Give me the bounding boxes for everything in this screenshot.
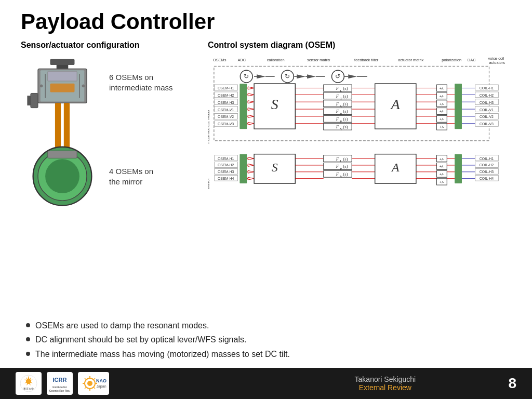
svg-marker-165	[248, 157, 254, 160]
svg-text:L: L	[340, 89, 342, 92]
svg-marker-70	[248, 122, 254, 125]
tokyo-university-logo: 東京大学	[16, 372, 42, 395]
svg-text:COIL-H1: COIL-H1	[480, 86, 494, 90]
svg-rect-6	[48, 71, 77, 81]
bullet-text-1: OSEMs are used to damp the resonant mode…	[35, 320, 209, 331]
svg-rect-9	[64, 103, 70, 152]
svg-line-241	[94, 378, 95, 380]
svg-marker-167	[248, 164, 254, 166]
svg-text:F: F	[336, 116, 339, 122]
svg-text:actuators: actuators	[489, 60, 505, 65]
control-diagram-svg: OSEMs ADC calibration sensor matrix feed…	[208, 54, 511, 220]
svg-text:COIL-V3: COIL-V3	[480, 122, 494, 126]
svg-marker-39	[307, 74, 316, 78]
svg-text:voice-coil: voice-coil	[488, 56, 504, 61]
left-section-label: Sensor/actuator configuration	[21, 41, 197, 50]
svg-text:calibration: calibration	[267, 58, 285, 62]
svg-text:+/-: +/-	[440, 157, 445, 162]
slide-title: Payload Controller	[21, 9, 511, 34]
annotation-top: 6 OSEMs onintermediate mass	[109, 72, 173, 92]
svg-text:A: A	[391, 161, 400, 174]
naoj-logo-svg: NAO Japan	[79, 373, 108, 394]
svg-text:(s): (s)	[343, 124, 348, 129]
svg-rect-164	[240, 154, 247, 183]
svg-marker-60	[248, 87, 254, 89]
svg-text:(s): (s)	[343, 156, 348, 162]
svg-text:OSEM-V3: OSEM-V3	[218, 122, 234, 126]
footer-logos: 東京大学 ICRR Institute for Cosmic Ray Res.	[16, 372, 262, 395]
naoj-logo: NAO Japan	[78, 372, 109, 395]
svg-text:COIL-V1: COIL-V1	[480, 108, 494, 112]
svg-text:COIL-H3: COIL-H3	[480, 170, 494, 174]
svg-marker-169	[248, 170, 254, 173]
sensor-diagram: 6 OSEMs onintermediate mass 4 OSEMs onth…	[21, 57, 197, 218]
tokyo-logo-svg: 東京大学	[19, 374, 38, 393]
svg-text:F: F	[336, 86, 339, 91]
svg-text:OSEM-H1: OSEM-H1	[218, 157, 234, 161]
svg-text:+/-: +/-	[440, 102, 445, 107]
svg-text:feedback filter: feedback filter	[354, 58, 379, 62]
svg-rect-1	[57, 65, 69, 69]
svg-text:OSEM-H2: OSEM-H2	[218, 163, 234, 167]
svg-text:OSEM-V2: OSEM-V2	[218, 115, 234, 118]
svg-text:COIL-H1: COIL-H1	[480, 157, 494, 161]
svg-text:ICRR: ICRR	[53, 377, 67, 383]
svg-rect-8	[55, 103, 61, 152]
svg-text:R: R	[340, 112, 342, 115]
bullet-text-2: DC alignment should be set by optical le…	[35, 334, 246, 345]
annotation-bottom: 4 OSEMs onthe mirror	[109, 166, 173, 187]
svg-rect-136	[455, 84, 462, 129]
svg-text:Cosmic Ray Res.: Cosmic Ray Res.	[49, 389, 71, 392]
svg-text:COIL-H4: COIL-H4	[480, 177, 494, 180]
bullet-dot-2	[26, 337, 30, 341]
svg-text:polarization: polarization	[442, 58, 461, 62]
svg-text:P: P	[340, 167, 342, 170]
svg-text:OSEM-V1: OSEM-V1	[218, 108, 234, 112]
svg-text:(s): (s)	[343, 109, 348, 114]
svg-text:F: F	[336, 109, 339, 114]
left-column: Sensor/actuator configuration	[21, 41, 197, 316]
svg-text:(s): (s)	[343, 94, 348, 99]
svg-text:東京大学: 東京大学	[23, 387, 34, 390]
right-column: Control system diagram (OSEM) OSEMs ADC …	[208, 41, 511, 316]
svg-text:Intermediate Mass: Intermediate Mass	[208, 110, 210, 144]
svg-text:OSEM-H3: OSEM-H3	[218, 170, 234, 174]
svg-text:V: V	[340, 104, 342, 108]
svg-point-17	[82, 85, 85, 88]
svg-text:↺: ↺	[335, 73, 340, 80]
svg-text:COIL-H2: COIL-H2	[480, 163, 494, 167]
svg-text:+/-: +/-	[440, 172, 445, 177]
svg-point-12	[45, 159, 79, 193]
svg-rect-59	[240, 84, 247, 129]
bullet-item-2: DC alignment should be set by optical le…	[26, 334, 511, 345]
svg-text:F: F	[336, 124, 339, 129]
svg-text:+/-: +/-	[440, 86, 445, 91]
bullet-text-3: The intermediate mass has moving (motori…	[35, 349, 290, 360]
svg-text:DAC: DAC	[468, 58, 476, 62]
svg-text:+/-: +/-	[440, 180, 445, 184]
svg-marker-44	[348, 74, 357, 78]
svg-text:S: S	[271, 96, 278, 112]
svg-text:OSEM-H2: OSEM-H2	[218, 94, 234, 97]
svg-text:(s): (s)	[343, 171, 348, 177]
svg-text:Japan: Japan	[96, 384, 106, 389]
svg-text:COIL-H3: COIL-H3	[480, 101, 494, 104]
svg-text:P: P	[340, 119, 342, 123]
annotations: 6 OSEMs onintermediate mass 4 OSEMs onth…	[109, 57, 173, 218]
icrr-logo-svg: ICRR Institute for Cosmic Ray Res.	[47, 373, 73, 393]
bullet-dot-3	[26, 352, 30, 356]
svg-text:Institute for: Institute for	[52, 385, 67, 389]
footer: 東京大学 ICRR Institute for Cosmic Ray Res.	[0, 368, 532, 399]
footer-center: Takanori Sekiguchi External Review	[262, 375, 508, 392]
svg-text:(s): (s)	[343, 164, 348, 169]
svg-text:S: S	[272, 161, 278, 174]
svg-rect-15	[27, 96, 31, 105]
two-column-layout: Sensor/actuator configuration	[21, 41, 511, 316]
svg-rect-0	[50, 59, 75, 65]
svg-rect-7	[50, 84, 75, 92]
svg-line-239	[85, 378, 86, 380]
main-content: Payload Controller Sensor/actuator confi…	[0, 0, 532, 368]
svg-text:(s): (s)	[343, 116, 348, 122]
svg-text:F: F	[336, 156, 339, 162]
svg-text:OSEMs: OSEMs	[213, 58, 227, 62]
